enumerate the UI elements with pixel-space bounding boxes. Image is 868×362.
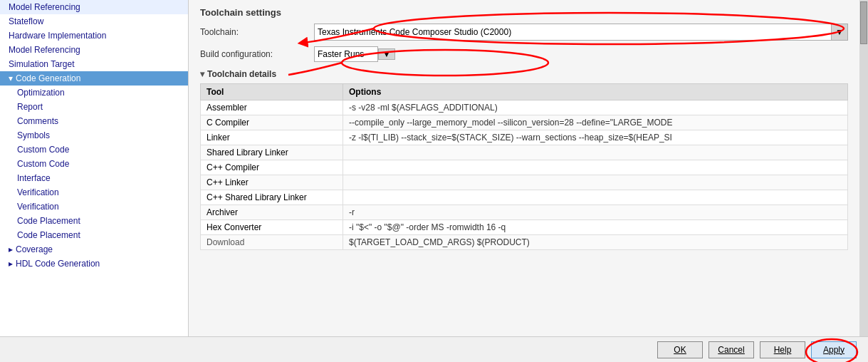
sidebar-item-code-generation[interactable]: ▾ Code Generation [0, 71, 188, 86]
cancel-button[interactable]: Cancel [708, 341, 754, 358]
bottom-bar: OK Cancel Help Apply [0, 336, 868, 362]
sidebar-item-code-placement[interactable]: Code Placement [0, 214, 188, 228]
tool-cell: Shared Library Linker [201, 145, 343, 160]
options-cell: -z -l$(TI_LIB) --stack_size=$(STACK_SIZE… [343, 130, 848, 145]
dropdown-arrow-icon: ▼ [835, 27, 844, 37]
sidebar-item-comments[interactable]: Comments [0, 114, 188, 128]
toolchain-dropdown-arrow[interactable]: ▼ [831, 24, 848, 41]
sidebar-item-label: Optimization [17, 88, 65, 98]
scrollbar[interactable] [859, 0, 868, 336]
toolchain-details: ▾ Toolchain details Tool Options Assembl… [200, 69, 848, 250]
apply-label: Apply [823, 345, 845, 355]
sidebar-item-data-type-replacement[interactable]: Code Placement [0, 228, 188, 242]
toolchain-details-title: Toolchain details [207, 69, 276, 79]
collapse-arrow-icon2: ▸ [9, 259, 13, 269]
details-arrow-icon: ▾ [200, 69, 204, 79]
cancel-label: Cancel [718, 345, 744, 355]
sidebar-item-coverage[interactable]: ▸ Coverage [0, 242, 188, 257]
col-header-options: Options [343, 84, 848, 100]
sidebar-item-label: Interface [17, 173, 51, 183]
sidebar-item-simulation-target[interactable]: Simulation Target [0, 57, 188, 71]
tool-cell: C++ Linker [201, 175, 343, 190]
sidebar-item-label: Custom Code [17, 159, 69, 169]
sidebar-item-label: Code Generation [16, 73, 80, 83]
sidebar-item-label: Comments [17, 116, 58, 126]
table-row: C++ Linker [201, 175, 848, 190]
sidebar-item-custom-code[interactable]: Custom Code [0, 143, 188, 157]
table-row: Download$(TARGET_LOAD_CMD_ARGS) $(PRODUC… [201, 235, 848, 250]
help-label: Help [774, 345, 792, 355]
options-cell: -i "$<" -o "$@" -order MS -romwidth 16 -… [343, 220, 848, 235]
scrollbar-thumb[interactable] [860, 1, 867, 44]
sidebar-item-label: Verification [17, 187, 59, 197]
help-button[interactable]: Help [760, 341, 805, 358]
options-cell: -s -v28 -ml $(ASFLAGS_ADDITIONAL) [343, 100, 848, 115]
dropdown-arrow-icon2: ▼ [382, 49, 391, 59]
table-row: C Compiler--compile_only --large_memory_… [201, 115, 848, 130]
sidebar-item-model-referencing2[interactable]: Model Referencing [0, 43, 188, 57]
sidebar-item-symbols[interactable]: Symbols [0, 128, 188, 143]
build-config-select-wrapper: ▼ [378, 48, 848, 60]
table-row: Shared Library Linker [201, 145, 848, 160]
options-cell: -r [343, 205, 848, 220]
options-cell [343, 145, 848, 160]
tool-cell: Download [201, 235, 343, 250]
tool-cell: Linker [201, 130, 343, 145]
tool-cell: Archiver [201, 205, 343, 220]
sidebar-item-hardware-implementation[interactable]: Hardware Implementation [0, 29, 188, 43]
sidebar-item-label: Coverage [16, 244, 53, 254]
sidebar-item-label: Code Placement [17, 216, 80, 226]
toolchain-row: Toolchain: Texas Instruments Code Compos… [200, 24, 848, 41]
sidebar-item-label: Report [17, 102, 43, 112]
table-row: Archiver-r [201, 205, 848, 220]
sidebar-item-model-referencing[interactable]: Model Referencing [0, 0, 188, 14]
expand-arrow-icon: ▾ [9, 73, 13, 83]
tool-cell: Assembler [201, 100, 343, 115]
sidebar-item-label: Custom Code [17, 145, 69, 155]
table-row: Hex Converter-i "$<" -o "$@" -order MS -… [201, 220, 848, 235]
sidebar-item-label: Stateflow [9, 16, 43, 26]
sidebar-item-label: HDL Code Generation [16, 259, 100, 269]
options-cell [343, 160, 848, 175]
build-config-dropdown-arrow[interactable]: ▼ [378, 48, 395, 60]
options-cell: --compile_only --large_memory_model --si… [343, 115, 848, 130]
sidebar-item-verification[interactable]: Verification [0, 185, 188, 200]
toolchain-details-header: ▾ Toolchain details [200, 69, 848, 79]
options-cell [343, 190, 848, 205]
col-header-tool: Tool [201, 84, 343, 100]
section-title: Toolchain settings [200, 7, 848, 18]
sidebar-item-label: Simulation Target [9, 59, 75, 69]
apply-button[interactable]: Apply [811, 341, 857, 358]
sidebar-item-interface[interactable]: Custom Code [0, 157, 188, 171]
ok-button[interactable]: OK [657, 341, 703, 358]
table-row: Assembler-s -v28 -ml $(ASFLAGS_ADDITIONA… [201, 100, 848, 115]
sidebar-item-label: Model Referencing [9, 2, 80, 12]
sidebar-item-code-style[interactable]: Interface [0, 171, 188, 185]
sidebar-item-label: Code Placement [17, 230, 80, 240]
tool-cell: C++ Shared Library Linker [201, 190, 343, 205]
sidebar-item-label: Model Referencing [9, 45, 80, 55]
sidebar-item-label: Verification [17, 202, 59, 212]
build-config-input[interactable] [314, 46, 378, 62]
sidebar-item-templates[interactable]: Verification [0, 200, 188, 214]
table-row: C++ Shared Library Linker [201, 190, 848, 205]
build-config-row: Build configuration: ▼ [200, 46, 848, 62]
tool-cell: Hex Converter [201, 220, 343, 235]
options-cell [343, 175, 848, 190]
sidebar-item-optimization[interactable]: Optimization [0, 86, 188, 100]
tool-cell: C++ Compiler [201, 160, 343, 175]
sidebar-item-report[interactable]: Report [0, 100, 188, 114]
main-content: Toolchain settings Toolchain: Texas Inst… [189, 0, 859, 336]
sidebar-item-hdl-code-generation[interactable]: ▸ HDL Code Generation [0, 257, 188, 271]
sidebar: Model Referencing Stateflow Hardware Imp… [0, 0, 189, 336]
sidebar-item-label: Hardware Implementation [9, 31, 106, 41]
sidebar-item-label: Symbols [17, 130, 50, 140]
collapse-arrow-icon: ▸ [9, 244, 13, 254]
build-config-label: Build configuration: [200, 49, 314, 59]
ok-label: OK [674, 345, 686, 355]
toolchain-select[interactable]: Texas Instruments Code Composer Studio (… [314, 24, 848, 41]
toolchain-details-table: Tool Options Assembler-s -v28 -ml $(ASFL… [200, 83, 848, 250]
toolchain-select-wrapper: Texas Instruments Code Composer Studio (… [314, 24, 848, 41]
tool-cell: C Compiler [201, 115, 343, 130]
sidebar-item-stateflow[interactable]: Stateflow [0, 14, 188, 29]
